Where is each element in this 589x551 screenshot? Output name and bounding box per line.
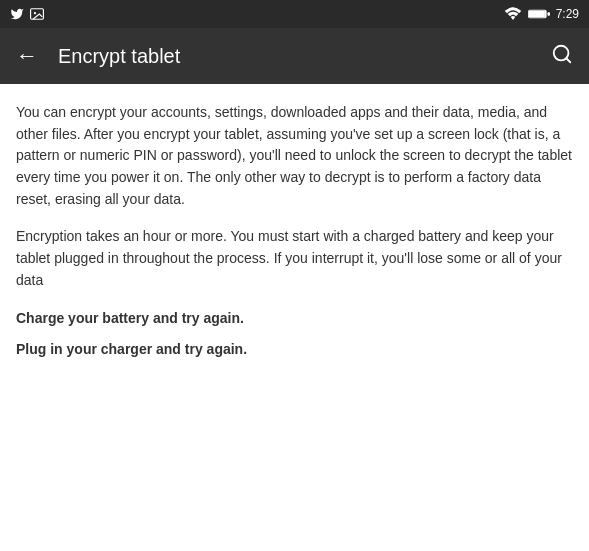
status-time: 7:29 [556, 7, 579, 21]
svg-point-1 [34, 12, 36, 14]
status-bar: 7:29 [0, 0, 589, 28]
content-area: You can encrypt your accounts, settings,… [0, 84, 589, 551]
svg-line-7 [566, 58, 570, 62]
description-paragraph-1: You can encrypt your accounts, settings,… [16, 102, 573, 210]
svg-rect-5 [547, 12, 550, 15]
toolbar-left: ← Encrypt tablet [16, 45, 180, 68]
toolbar: ← Encrypt tablet [0, 28, 589, 84]
search-icon [551, 43, 573, 65]
twitter-icon [10, 7, 24, 21]
svg-rect-4 [528, 11, 544, 18]
warning-charge: Charge your battery and try again. [16, 308, 573, 329]
search-button[interactable] [551, 43, 573, 70]
wifi-icon [504, 7, 522, 21]
status-icons-right: 7:29 [504, 7, 579, 21]
description-paragraph-2: Encryption takes an hour or more. You mu… [16, 226, 573, 291]
battery-icon [528, 8, 550, 20]
back-button[interactable]: ← [16, 45, 38, 67]
status-icons-left [10, 7, 44, 21]
svg-rect-0 [31, 9, 44, 20]
page-title: Encrypt tablet [58, 45, 180, 68]
image-icon [30, 8, 44, 20]
warning-plugin: Plug in your charger and try again. [16, 339, 573, 360]
